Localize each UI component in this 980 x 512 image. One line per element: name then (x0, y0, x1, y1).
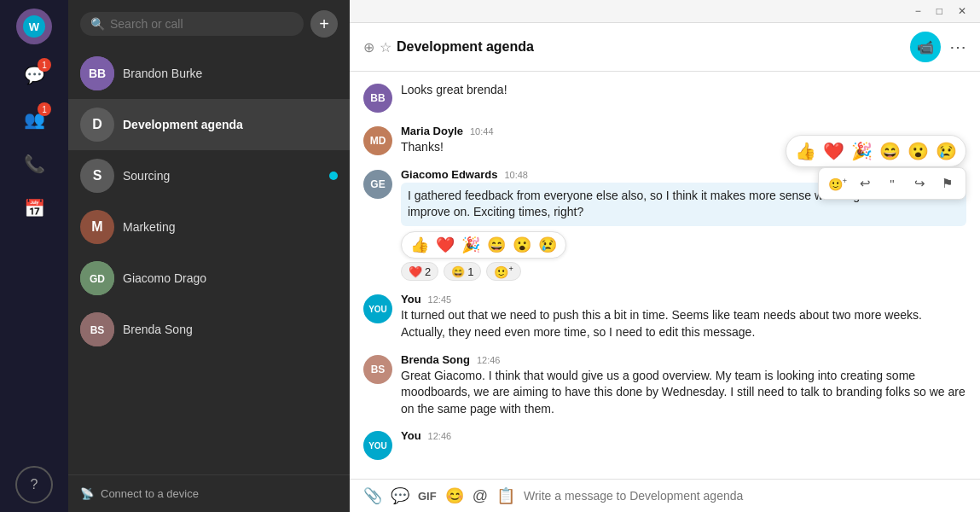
inline-emoji-party[interactable]: 🎉 (461, 236, 480, 254)
attachment-button[interactable]: 📎 (363, 486, 382, 505)
calls-icon: 📞 (24, 154, 45, 174)
emoji-laugh[interactable]: 😄 (879, 141, 901, 161)
chat-item-brenda-song[interactable]: BS Brenda Song (68, 304, 350, 355)
flag-button[interactable]: ⚑ (935, 172, 959, 195)
chat-title: Development agenda (397, 39, 534, 55)
reaction-heart[interactable]: ❤️ 2 (401, 262, 438, 282)
whiteboard-button[interactable]: 📋 (496, 486, 515, 505)
chat-name: Brandon Burke (123, 67, 338, 80)
reaction-emoji: 😄 (451, 265, 465, 278)
reply-button[interactable]: ↩ (853, 172, 877, 195)
chat-header-right: 📹 ⋯ (910, 32, 966, 62)
search-icon: 🔍 (90, 17, 105, 31)
inline-emoji-sad[interactable]: 😢 (538, 236, 557, 254)
add-button[interactable]: + (310, 10, 338, 38)
chat-info: Marketing (123, 220, 338, 234)
emoji-quick-bar[interactable]: 👍 ❤️ 🎉 😄 😮 😢 (786, 135, 966, 167)
app-logo[interactable]: W (16, 9, 52, 44)
message-sender: Maria Doyle (401, 125, 463, 137)
chat-item-giacomo-drago[interactable]: GD Giacomo Drago (68, 253, 350, 304)
contacts-badge: 1 (38, 102, 51, 116)
avatar: GE (363, 170, 392, 199)
emoji-sad[interactable]: 😢 (936, 141, 957, 161)
quote-button[interactable]: " (880, 172, 904, 195)
minimize-button[interactable]: − (910, 3, 926, 19)
connect-device-button[interactable]: 📡 Connect to a device (68, 474, 350, 512)
reaction-emoji: ❤️ (409, 265, 422, 278)
messages-area: 👍 ❤️ 🎉 😄 😮 😢 🙂+ ↩ " ↪ ⚑ (350, 72, 980, 479)
chat-apps-button[interactable]: 💬 (391, 486, 409, 505)
message-group: YOU You 12:46 (363, 429, 966, 460)
chat-name: Marketing (123, 220, 338, 234)
mention-button[interactable]: @ (473, 487, 488, 505)
gif-button[interactable]: GIF (418, 490, 437, 503)
chat-item-brandon[interactable]: BB Brandon Burke (68, 48, 350, 99)
contacts-nav-icon[interactable]: 👥 1 (15, 101, 53, 138)
avatar: M (80, 210, 114, 244)
help-button[interactable]: ? (15, 466, 53, 503)
chat-info: Sourcing (123, 169, 321, 183)
chat-item-dev-agenda[interactable]: D Development agenda (68, 99, 350, 150)
chat-list-panel: 🔍 + BB Brandon Burke D Development agend… (68, 0, 350, 512)
avatar: MD (363, 126, 392, 155)
search-bar[interactable]: 🔍 (80, 12, 304, 36)
chat-info: Development agenda (123, 118, 338, 131)
more-options-button[interactable]: ⋯ (949, 37, 966, 57)
search-input[interactable] (110, 17, 293, 31)
chat-name: Giacomo Drago (123, 271, 338, 285)
calendar-icon: 📅 (24, 198, 45, 218)
message-time: 10:48 (504, 170, 528, 180)
emoji-button[interactable]: 😊 (445, 486, 464, 505)
chat-item-sourcing[interactable]: S Sourcing (68, 150, 350, 201)
inline-emoji-wow[interactable]: 😮 (513, 236, 531, 254)
activity-icon: ⊕ (363, 39, 374, 55)
inline-emoji-thumbsup[interactable]: 👍 (410, 236, 429, 254)
message-text: Great Giacomo. I think that would give u… (401, 368, 966, 418)
avatar: GD (80, 261, 114, 295)
reaction-count: 1 (467, 265, 473, 278)
add-reaction-chip[interactable]: 🙂+ (486, 262, 520, 282)
video-call-button[interactable]: 📹 (910, 32, 941, 62)
inline-emoji-bar: 👍 ❤️ 🎉 😄 😮 😢 (401, 231, 566, 259)
avatar: BS (363, 355, 392, 384)
avatar: BB (80, 56, 114, 90)
svg-text:BS: BS (90, 324, 105, 336)
emoji-party[interactable]: 🎉 (851, 141, 873, 161)
inline-emoji-heart[interactable]: ❤️ (436, 236, 455, 254)
chat-header-left: ⊕ ☆ Development agenda (363, 39, 534, 55)
emoji-thumbsup[interactable]: 👍 (795, 141, 816, 161)
calendar-nav-icon[interactable]: 📅 (15, 189, 53, 227)
reaction-laugh[interactable]: 😄 1 (444, 262, 481, 282)
maximize-button[interactable]: □ (931, 3, 948, 19)
chat-main: − □ ✕ ⊕ ☆ Development agenda 📹 ⋯ 👍 ❤️ 🎉 … (350, 0, 980, 512)
star-icon[interactable]: ☆ (380, 39, 391, 55)
add-reaction-button[interactable]: 🙂+ (826, 172, 850, 195)
message-sender: Brenda Song (401, 353, 470, 366)
calls-nav-icon[interactable]: 📞 (15, 145, 53, 183)
message-text: Looks great brenda! (401, 82, 966, 99)
message-input[interactable] (524, 489, 966, 503)
message-reactions: ❤️ 2 😄 1 🙂+ (401, 262, 966, 282)
message-group: YOU You 12:45 It turned out that we need… (363, 293, 966, 340)
add-icon: 🙂+ (494, 265, 513, 279)
chat-info: Giacomo Drago (123, 271, 338, 285)
window-controls: − □ ✕ (910, 3, 971, 19)
close-button[interactable]: ✕ (953, 3, 971, 19)
message-content: Looks great brenda! (401, 82, 966, 113)
chat-name: Development agenda (123, 118, 338, 131)
emoji-heart[interactable]: ❤️ (823, 141, 844, 161)
chat-name: Brenda Song (123, 323, 338, 336)
message-sender: You (401, 293, 421, 305)
flag-icon: ⚑ (942, 176, 953, 191)
forward-button[interactable]: ↪ (908, 172, 931, 195)
chat-item-marketing[interactable]: M Marketing (68, 201, 350, 253)
message-meta: You 12:45 (401, 293, 966, 305)
svg-text:GD: GD (90, 273, 105, 285)
message-group: BS Brenda Song 12:46 Great Giacomo. I th… (363, 353, 966, 418)
chat-nav-icon[interactable]: 💬 1 (15, 56, 53, 94)
inline-emoji-laugh[interactable]: 😄 (487, 236, 506, 254)
chat-list-header: 🔍 + (68, 0, 350, 48)
emoji-wow[interactable]: 😮 (908, 141, 929, 161)
chat-header: ⊕ ☆ Development agenda 📹 ⋯ (350, 23, 980, 72)
avatar: S (80, 159, 114, 193)
